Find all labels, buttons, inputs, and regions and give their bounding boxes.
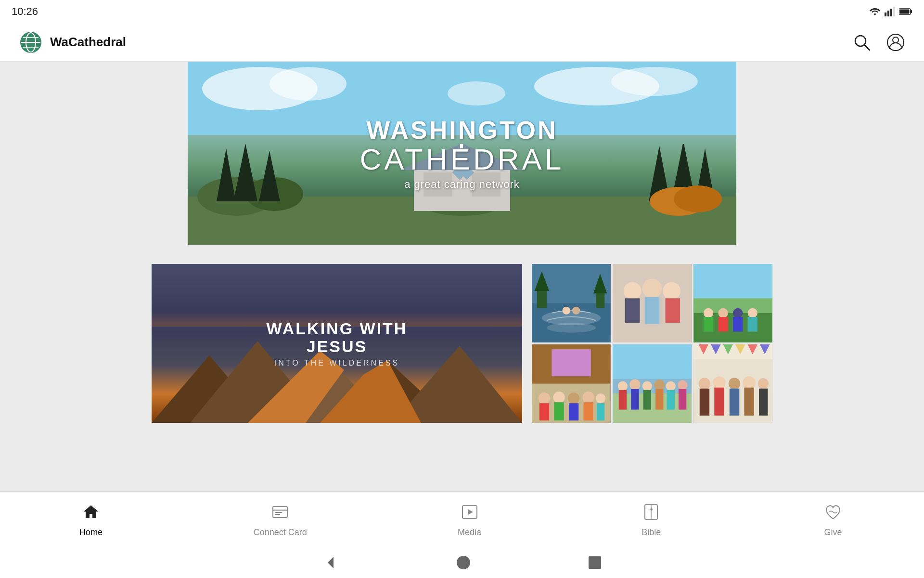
svg-marker-136 [328, 557, 334, 568]
app-bar-left: WaCathedral [19, 31, 126, 54]
svg-point-120 [758, 378, 769, 389]
svg-rect-121 [700, 389, 709, 416]
svg-point-21 [448, 81, 505, 105]
svg-rect-70 [694, 264, 772, 298]
svg-rect-63 [625, 298, 640, 323]
photo-cell-5[interactable] [613, 344, 692, 423]
svg-rect-102 [619, 390, 627, 410]
sermon-card[interactable]: WALKING WITH JESUS INTO THE WILDERNESS [152, 264, 522, 423]
svg-rect-89 [554, 402, 564, 420]
svg-marker-111 [711, 344, 720, 354]
svg-point-116 [699, 378, 710, 389]
profile-icon[interactable] [886, 33, 905, 52]
app-bar: WaCathedral [0, 23, 924, 62]
svg-rect-128 [275, 512, 282, 513]
svg-point-84 [553, 392, 565, 403]
svg-point-15 [893, 37, 898, 43]
svg-point-101 [678, 380, 687, 390]
svg-marker-26 [233, 144, 257, 201]
svg-point-119 [743, 376, 755, 389]
photo-cell-2[interactable] [613, 264, 692, 342]
svg-rect-65 [645, 297, 660, 324]
svg-point-117 [713, 376, 725, 389]
cards-section: WALKING WITH JESUS INTO THE WILDERNESS [152, 264, 772, 423]
hero-title-line2: CATHEDRAL [360, 144, 565, 174]
svg-rect-106 [667, 390, 675, 410]
svg-rect-5 [911, 10, 912, 13]
nav-label-media: Media [458, 527, 481, 538]
svg-rect-122 [714, 388, 724, 416]
svg-rect-6 [900, 10, 910, 14]
svg-rect-103 [631, 389, 639, 410]
svg-rect-125 [759, 389, 768, 416]
search-icon[interactable] [853, 33, 871, 52]
svg-rect-52 [532, 303, 611, 343]
recents-button[interactable] [588, 555, 602, 572]
status-bar: 10:26 [0, 0, 924, 23]
photo-cell-1[interactable] [532, 264, 611, 342]
back-button[interactable] [322, 554, 339, 573]
svg-point-99 [654, 380, 665, 390]
nav-item-bible[interactable]: Bible [613, 499, 690, 541]
svg-marker-56 [535, 271, 550, 291]
nav-label-give: Give [824, 527, 842, 538]
svg-rect-68 [613, 264, 692, 342]
svg-rect-81 [532, 344, 611, 384]
svg-point-87 [596, 394, 605, 403]
svg-rect-80 [532, 344, 611, 423]
svg-point-53 [542, 311, 601, 326]
nav-item-connect-card[interactable]: Connect Card [234, 499, 326, 541]
nav-item-media[interactable]: Media [431, 499, 508, 541]
nav-item-home[interactable]: Home [52, 499, 129, 541]
svg-rect-67 [666, 298, 680, 323]
svg-rect-69 [694, 264, 772, 342]
photo-cell-4[interactable] [532, 344, 611, 423]
svg-rect-95 [613, 394, 692, 423]
nav-label-home: Home [79, 527, 103, 538]
nav-item-give[interactable]: Give [795, 499, 872, 541]
svg-rect-78 [733, 317, 743, 332]
svg-rect-138 [589, 556, 601, 569]
system-nav-bar [0, 549, 924, 578]
svg-marker-115 [760, 344, 770, 354]
svg-rect-124 [744, 388, 754, 416]
svg-rect-90 [569, 403, 578, 420]
svg-point-74 [733, 308, 743, 318]
svg-rect-107 [679, 389, 686, 410]
svg-rect-55 [537, 289, 547, 308]
svg-point-18 [270, 67, 346, 101]
svg-point-85 [568, 393, 579, 404]
svg-rect-93 [613, 344, 692, 423]
svg-rect-51 [532, 264, 611, 342]
bible-nav-icon [642, 503, 660, 525]
svg-rect-3 [893, 7, 895, 16]
photo-cell-3[interactable] [693, 264, 772, 342]
photo-grid-card[interactable] [532, 264, 772, 423]
app-title: WaCathedral [50, 35, 126, 50]
svg-rect-79 [748, 317, 757, 332]
svg-rect-61 [613, 264, 692, 342]
svg-point-73 [718, 308, 728, 318]
svg-rect-123 [730, 389, 739, 416]
svg-point-97 [629, 379, 640, 390]
photo-cell-6[interactable] [693, 344, 772, 423]
svg-rect-105 [655, 389, 663, 410]
svg-rect-92 [597, 403, 604, 420]
svg-rect-91 [583, 402, 593, 420]
svg-rect-104 [643, 390, 651, 410]
svg-marker-58 [593, 274, 607, 293]
svg-point-137 [457, 556, 470, 569]
status-icons [869, 7, 912, 16]
app-logo [19, 31, 42, 54]
svg-point-41 [674, 185, 722, 212]
svg-marker-112 [723, 344, 733, 354]
nav-label-bible: Bible [642, 527, 661, 538]
svg-point-100 [666, 381, 676, 391]
svg-marker-25 [217, 148, 236, 201]
svg-point-96 [618, 381, 628, 391]
svg-rect-94 [613, 344, 692, 379]
svg-point-72 [704, 308, 713, 318]
home-system-button[interactable] [455, 554, 472, 573]
hero-subtitle: a great caring network [360, 178, 565, 191]
status-time: 10:26 [12, 5, 38, 18]
